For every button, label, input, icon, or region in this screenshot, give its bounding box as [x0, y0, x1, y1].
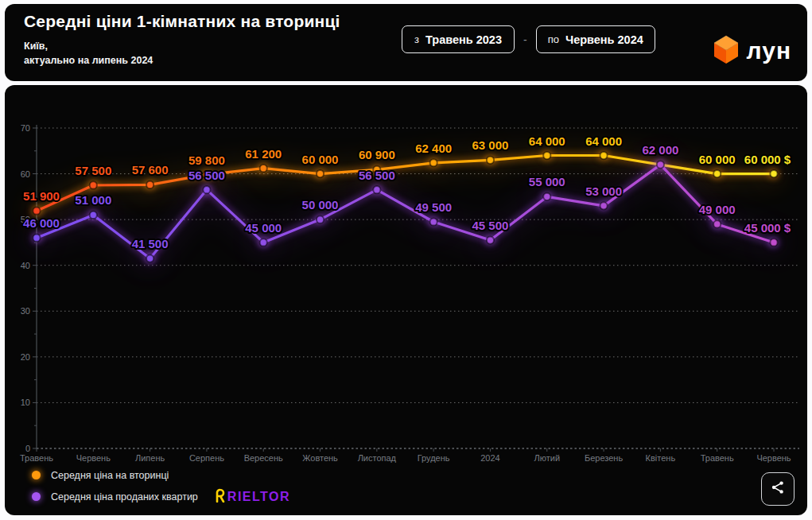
svg-text:56 500: 56 500	[188, 169, 225, 182]
date-separator: -	[523, 33, 527, 46]
date-to-value: Червень 2024	[565, 33, 643, 46]
svg-text:60 000 $: 60 000 $	[744, 153, 791, 166]
share-icon	[770, 479, 786, 499]
legend-item-sold-price: Середня ціна проданих квартир RIELTOR	[32, 490, 290, 503]
lun-logo[interactable]: лун	[713, 34, 791, 68]
svg-text:Березень: Березень	[585, 453, 623, 463]
svg-text:53 000: 53 000	[585, 184, 622, 198]
svg-text:60: 60	[21, 169, 30, 179]
lun-cube-icon	[713, 34, 740, 68]
svg-text:62 400: 62 400	[415, 142, 452, 155]
svg-text:40: 40	[21, 261, 30, 270]
date-from-picker[interactable]: з Травень 2023	[402, 25, 515, 53]
svg-text:64 000: 64 000	[585, 134, 622, 148]
date-from-prefix: з	[414, 33, 419, 45]
svg-text:50 000: 50 000	[302, 198, 339, 211]
svg-text:59 800: 59 800	[188, 153, 225, 167]
svg-text:Травень: Травень	[20, 453, 53, 463]
svg-text:Листопад: Листопад	[358, 453, 397, 463]
page-title: Середні ціни 1-кімнатних на вторинці	[24, 12, 340, 31]
header-card: Середні ціни 1-кімнатних на вторинці Киї…	[5, 4, 807, 81]
rieltor-text: RIELTOR	[227, 490, 290, 504]
rieltor-icon	[215, 488, 225, 506]
legend-label: Середня ціна на вторинці	[51, 470, 169, 481]
svg-text:Червень: Червень	[76, 453, 111, 463]
svg-text:49 500: 49 500	[415, 200, 452, 214]
svg-text:45 500: 45 500	[472, 219, 509, 232]
svg-text:62 000: 62 000	[642, 143, 678, 157]
date-from-value: Травень 2023	[425, 33, 502, 46]
share-button[interactable]	[761, 472, 795, 506]
svg-text:60 900: 60 900	[359, 148, 395, 161]
svg-text:60 000: 60 000	[302, 153, 339, 166]
svg-text:57 500: 57 500	[75, 164, 111, 177]
svg-text:64 000: 64 000	[529, 134, 565, 148]
svg-text:60 000: 60 000	[699, 153, 736, 166]
rieltor-logo[interactable]: RIELTOR	[215, 488, 290, 506]
date-range: з Травень 2023 - по Червень 2024	[402, 25, 655, 53]
svg-text:Лютий: Лютий	[534, 453, 560, 463]
svg-text:51 000: 51 000	[75, 193, 111, 207]
svg-text:Травень: Травень	[701, 453, 734, 463]
date-to-picker[interactable]: по Червень 2024	[536, 25, 655, 53]
chart-card: 010203040506070ТравеньЧервеньЛипеньСерпе…	[5, 85, 807, 515]
lun-logo-text: лун	[747, 39, 791, 63]
svg-text:30: 30	[21, 306, 30, 316]
chart-legend: Середня ціна на вторинці Середня ціна пр…	[32, 468, 290, 503]
svg-text:Вересень: Вересень	[244, 453, 283, 463]
svg-text:51 900: 51 900	[23, 189, 60, 203]
legend-dot-orange-icon	[32, 471, 41, 479]
svg-text:55 000: 55 000	[529, 175, 565, 188]
legend-item-secondary-price: Середня ціна на вторинці	[32, 468, 290, 482]
svg-text:Квітень: Квітень	[646, 453, 676, 463]
svg-text:45 000: 45 000	[245, 221, 282, 235]
svg-text:46 000: 46 000	[23, 216, 60, 230]
svg-text:0: 0	[25, 444, 30, 453]
legend-dot-purple-icon	[32, 492, 41, 501]
svg-text:61 200: 61 200	[245, 147, 282, 161]
svg-text:20: 20	[21, 352, 30, 362]
subtitle-actuality: актуально на липень 2024	[24, 53, 153, 68]
svg-text:41 500: 41 500	[132, 237, 169, 250]
svg-text:56 500: 56 500	[359, 169, 395, 182]
svg-text:63 000: 63 000	[472, 138, 509, 152]
legend-label: Середня ціна проданих квартир	[51, 491, 198, 503]
date-to-prefix: по	[548, 33, 559, 45]
subtitle-city: Київ,	[24, 39, 153, 53]
svg-text:Серпень: Серпень	[189, 453, 224, 463]
svg-text:49 000: 49 000	[699, 203, 736, 216]
page-subtitle: Київ, актуально на липень 2024	[24, 39, 153, 68]
svg-text:70: 70	[21, 123, 30, 133]
svg-text:10: 10	[21, 398, 30, 407]
svg-text:2024: 2024	[480, 453, 499, 463]
svg-text:45 000 $: 45 000 $	[744, 221, 791, 235]
svg-text:57 600: 57 600	[132, 163, 169, 177]
svg-text:Грудень: Грудень	[418, 453, 450, 463]
svg-text:Липень: Липень	[135, 453, 165, 463]
svg-text:Червень: Червень	[756, 453, 791, 463]
svg-text:Жовтень: Жовтень	[302, 453, 338, 463]
price-chart: 010203040506070ТравеньЧервеньЛипеньСерпе…	[5, 85, 807, 465]
